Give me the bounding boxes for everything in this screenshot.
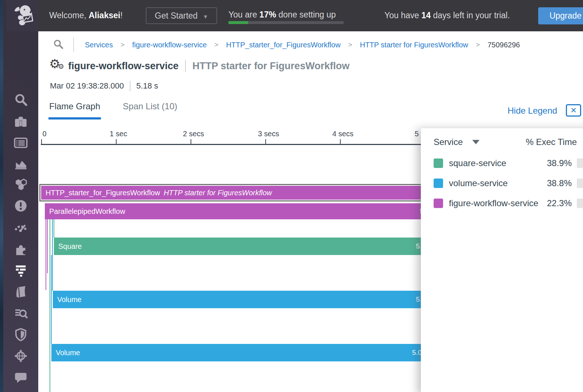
operation-title: HTTP starter for FiguresWorkflow [192, 60, 349, 72]
span-bar-http-starter-for-figuresworkflow[interactable]: HTTP_starter_for_FiguresWorkflowHTTP sta… [41, 186, 428, 200]
main-content: Services>figure-workflow-service>HTTP_st… [38, 31, 583, 392]
desktop-wallpaper-sliver [0, 0, 3, 392]
breadcrumb-item-1[interactable]: Services [85, 41, 113, 49]
hide-legend-link[interactable]: Hide Legend [508, 106, 557, 116]
service-color-swatch [434, 158, 443, 168]
sidebar-item-metrics-icon[interactable] [3, 155, 38, 172]
sidebar-item-logs-icon[interactable] [3, 305, 38, 322]
sort-caret-icon[interactable] [472, 140, 480, 144]
sidebar-item-watchdog-icon[interactable] [3, 113, 38, 130]
breadcrumb-separator: > [214, 41, 218, 49]
span-bar-square[interactable]: Square5.0 [54, 238, 428, 255]
meta-divider [130, 81, 130, 91]
legend-exec-pct: 22.3% [547, 198, 572, 208]
datadog-logo[interactable] [7, 0, 42, 31]
setup-progress-bar [228, 21, 344, 24]
legend-row-figure-workflow-service[interactable]: figure-workflow-service22.3% [434, 197, 583, 210]
infrastructure-icon [13, 177, 28, 192]
span-operation: ParallelepipedWorkflow [45, 207, 125, 216]
legend-exec-pct: 38.9% [547, 158, 572, 168]
get-started-button[interactable]: Get Started▼ [146, 7, 217, 24]
service-color-swatch [434, 179, 443, 188]
breadcrumb-separator: > [121, 41, 125, 49]
axis-label-3: 3 secs [258, 130, 279, 138]
sidebar-item-dashboards-gauge-icon[interactable] [3, 219, 38, 236]
legend-service-name: square-service [449, 158, 506, 168]
axis-label-4: 4 secs [332, 130, 353, 138]
selected-span-outline[interactable]: HTTP_starter_for_FiguresWorkflowHTTP sta… [39, 184, 430, 201]
legend-exec-minibar [577, 199, 583, 208]
sidebar-item-apm-icon[interactable] [3, 262, 38, 279]
service-color-swatch [434, 199, 443, 208]
logs-icon [13, 306, 28, 321]
sidebar-item-integrations-icon[interactable] [3, 241, 38, 259]
span-connector-line [47, 219, 48, 273]
axis-label-0: 0 [42, 130, 46, 138]
breadcrumb-divider [73, 38, 74, 52]
events-icon [13, 136, 28, 150]
breadcrumb-item-4[interactable]: HTTP starter for FiguresWorkflow [360, 41, 468, 49]
metrics-icon [13, 156, 28, 171]
welcome-text: Welcome, Aliaksei! [49, 11, 123, 20]
legend-service-name: figure-workflow-service [449, 198, 538, 208]
dashboards-gauge-icon [13, 220, 28, 235]
synthetics-icon [13, 349, 28, 363]
sidebar-item-notebooks-icon[interactable] [3, 283, 38, 301]
topbar: Welcome, Aliaksei! Get Started▼ You are … [38, 0, 583, 31]
legend-header: Service % Exec Time [434, 137, 583, 147]
sidebar-item-infrastructure-icon[interactable] [3, 176, 38, 193]
upgrade-button[interactable]: Upgrade [538, 7, 583, 24]
axis-label-2: 2 secs [183, 130, 204, 138]
search-icon[interactable] [53, 39, 64, 51]
breadcrumb-separator: > [476, 41, 480, 49]
title-divider [185, 60, 186, 72]
page-title-row: ⚙⚙ figure-workflow-service HTTP starter … [49, 58, 349, 74]
chevron-down-icon: ▼ [203, 13, 208, 20]
datadog-apm-trace-screen: Welcome, Aliaksei! Get Started▼ You are … [0, 0, 583, 392]
setup-progress-text: You are 17% done setting up [228, 10, 336, 20]
span-bar-parallelepipedworkflow[interactable]: ParallelepipedWorkflow5. [45, 203, 428, 219]
legend-row-volume-service[interactable]: volume-service38.8% [434, 177, 583, 190]
sidebar [3, 0, 38, 392]
tab-span-list-10-[interactable]: Span List (10) [123, 101, 177, 119]
axis-tick [265, 139, 266, 144]
tab-flame-graph[interactable]: Flame Graph [49, 101, 100, 119]
axis-label-1: 1 sec [110, 130, 127, 138]
legend-panel: Service % Exec Time square-service38.9%v… [421, 128, 583, 392]
sidebar-item-synthetics-icon[interactable] [3, 347, 38, 365]
search-icon [13, 92, 28, 107]
integrations-icon [13, 243, 28, 257]
collapse-x-icon[interactable]: ✕ [566, 104, 581, 117]
axis-tick [191, 139, 191, 144]
time-axis-line [41, 144, 430, 145]
apm-icon [13, 263, 28, 278]
span-connector-line [50, 219, 50, 392]
sidebar-item-help-chat-icon[interactable] [3, 369, 38, 386]
axis-tick [116, 139, 117, 144]
trace-duration: 5.18 s [136, 81, 158, 91]
breadcrumb-item-2[interactable]: figure-workflow-service [132, 41, 207, 49]
legend-exec-time-header: % Exec Time [526, 137, 577, 147]
span-operation: Square [54, 242, 82, 251]
sidebar-item-monitors-icon[interactable] [3, 197, 38, 215]
breadcrumb: Services>figure-workflow-service>HTTP_st… [38, 36, 583, 53]
span-connector-line [52, 219, 53, 291]
sidebar-item-security-icon[interactable] [3, 326, 38, 343]
breadcrumb-items: Services>figure-workflow-service>HTTP_st… [85, 41, 520, 49]
legend-exec-minibar [577, 158, 583, 168]
axis-tick [41, 139, 42, 144]
legend-service-header[interactable]: Service [434, 137, 463, 147]
legend-exec-minibar [577, 179, 583, 188]
sidebar-item-search-icon[interactable] [3, 91, 38, 108]
breadcrumb-item-3[interactable]: HTTP_starter_for_FiguresWorkflow [226, 41, 340, 49]
span-bar-volume[interactable]: Volume5.0 [53, 291, 428, 308]
tabs: Flame GraphSpan List (10) [49, 101, 200, 119]
span-bar-volume[interactable]: Volume5.00 [51, 344, 428, 361]
span-resource: HTTP starter for FiguresWorkflow [164, 189, 272, 197]
span-operation: Volume [51, 349, 80, 357]
axis-tick [340, 139, 341, 144]
span-connector-line [54, 219, 54, 238]
sidebar-item-events-icon[interactable] [3, 134, 38, 152]
legend-service-name: volume-service [449, 178, 508, 188]
legend-row-square-service[interactable]: square-service38.9% [434, 157, 583, 170]
